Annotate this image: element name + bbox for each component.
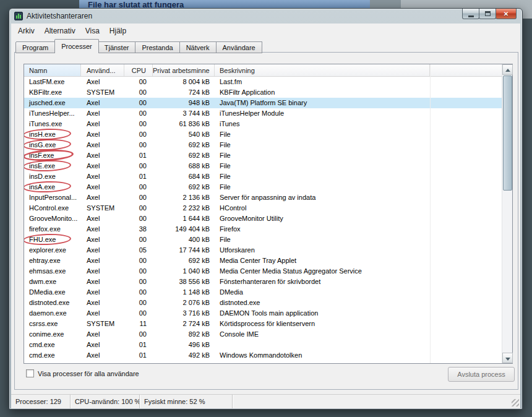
- resize-grip[interactable]: [512, 399, 519, 406]
- scrollbar-thumb[interactable]: [503, 75, 512, 191]
- cell-mem: 692 kB: [153, 140, 215, 150]
- cell-desc: distnoted.exe: [215, 298, 430, 308]
- close-button[interactable]: ✕: [496, 9, 517, 19]
- menu-alternativ[interactable]: Alternativ: [40, 25, 80, 37]
- cell-name: dwm.exe: [24, 277, 81, 287]
- vertical-scrollbar[interactable]: [502, 64, 512, 363]
- cell-desc: HControl: [215, 203, 430, 213]
- cell-cpu: 00: [124, 256, 153, 266]
- menu-arkiv[interactable]: Arkiv: [13, 25, 40, 37]
- cell-filler: [430, 319, 502, 329]
- menu-bar: Arkiv Alternativ Visa Hjälp: [13, 25, 131, 37]
- menu-visa[interactable]: Visa: [80, 25, 105, 37]
- cell-mem: 692 kB: [153, 150, 215, 161]
- column-header-filler: [430, 64, 502, 76]
- column-header-description[interactable]: Beskrivning: [215, 64, 430, 76]
- cell-user: Axel: [81, 108, 124, 119]
- tab-program[interactable]: Program: [15, 41, 55, 53]
- cell-desc: Last.fm: [215, 77, 430, 87]
- cell-name: iTunes.exe: [24, 119, 81, 129]
- cell-desc: File: [215, 161, 430, 171]
- cell-user: Axel: [81, 298, 124, 308]
- tab-tjanster[interactable]: Tjänster: [98, 41, 136, 53]
- cell-desc: Media Center Media Status Aggregator Ser…: [215, 266, 430, 277]
- cell-filler: [430, 129, 502, 140]
- status-physical-memory: Fysiskt minne: 52 %: [140, 395, 233, 408]
- cell-user: Axel: [81, 350, 124, 361]
- minimize-button[interactable]: [462, 9, 479, 19]
- cell-desc: Fönsterhanteraren för skrivbordet: [215, 277, 430, 287]
- cell-name: LastFM.exe: [24, 77, 81, 87]
- cell-desc: Firefox: [215, 224, 430, 234]
- cell-desc: Media Center Tray Applet: [215, 256, 430, 266]
- cell-desc: KBFiltr Application: [215, 87, 430, 98]
- cell-mem: 692 kB: [153, 182, 215, 192]
- column-header-name[interactable]: Namn: [24, 64, 81, 76]
- column-header-memory[interactable]: Privat arbetsminne: [153, 64, 215, 76]
- cell-user: Axel: [81, 192, 124, 203]
- column-header-user[interactable]: Använd...: [81, 64, 124, 76]
- cell-mem: 692 kB: [153, 256, 215, 266]
- cell-cpu: 00: [124, 182, 153, 192]
- task-manager-window: Aktivitetshanteraren ✕ Arkiv Alternativ …: [9, 8, 523, 410]
- cell-name: insH.exe: [24, 129, 81, 140]
- cell-mem: 1 148 kB: [153, 287, 215, 298]
- cell-desc: iTunesHelper Module: [215, 108, 430, 119]
- cell-name: firefox.exe: [24, 224, 81, 234]
- cell-user: SYSTEM: [81, 319, 124, 329]
- cell-user: Axel: [81, 256, 124, 266]
- cell-mem: 8 004 kB: [153, 77, 215, 87]
- show-all-users-checkbox[interactable]: [26, 369, 34, 377]
- cell-filler: [430, 266, 502, 277]
- cell-mem: 17 744 kB: [153, 245, 215, 256]
- cell-cpu: 00: [124, 298, 153, 308]
- cell-user: Axel: [81, 308, 124, 319]
- titlebar[interactable]: Aktivitetshanteraren ✕: [9, 9, 522, 24]
- end-process-button[interactable]: Avsluta process: [448, 367, 515, 382]
- cell-name: insD.exe: [24, 171, 81, 182]
- scroll-up-arrow-icon[interactable]: [502, 64, 513, 75]
- tab-natverk[interactable]: Nätverk: [180, 41, 217, 53]
- cell-filler: [430, 234, 502, 245]
- cell-filler: [430, 256, 502, 266]
- cell-user: Axel: [81, 140, 124, 150]
- cell-filler: [430, 340, 502, 350]
- cell-cpu: 00: [124, 87, 153, 98]
- cell-user: Axel: [81, 77, 124, 87]
- cell-mem: 2 076 kB: [153, 298, 215, 308]
- cell-mem: 2 724 kB: [153, 319, 215, 329]
- tab-prestanda[interactable]: Prestanda: [135, 41, 179, 53]
- cell-cpu: 00: [124, 234, 153, 245]
- cell-filler: [430, 108, 502, 119]
- cell-name: insE.exe: [24, 161, 81, 171]
- cell-name: insF.exe: [24, 150, 81, 161]
- tab-processer[interactable]: Processer: [54, 39, 99, 53]
- cell-filler: [430, 245, 502, 256]
- column-header-cpu[interactable]: CPU: [124, 64, 153, 76]
- tab-anvandare[interactable]: Användare: [217, 41, 262, 53]
- show-all-users-row: Visa processer för alla användare: [26, 369, 139, 377]
- cell-mem: 540 kB: [153, 129, 215, 140]
- cell-name: FHU.exe: [24, 234, 81, 245]
- status-filler: [233, 395, 520, 408]
- cell-mem: 400 kB: [153, 234, 215, 245]
- cell-cpu: 00: [124, 266, 153, 277]
- scroll-down-arrow-icon[interactable]: [502, 353, 513, 363]
- cell-cpu: 38: [124, 224, 153, 234]
- cell-mem: 2 136 kB: [153, 192, 215, 203]
- cell-mem: 3 716 kB: [153, 308, 215, 319]
- cell-mem: 1 040 kB: [153, 266, 215, 277]
- cell-desc: Server för anpassning av indata: [215, 192, 430, 203]
- show-all-users-label: Visa processer för alla användare: [38, 370, 139, 377]
- cell-mem: 1 644 kB: [153, 213, 215, 224]
- cell-user: SYSTEM: [81, 203, 124, 213]
- cell-mem: 948 kB: [153, 98, 215, 108]
- cell-desc: GrooveMonitor Utility: [215, 213, 430, 224]
- cell-name: InputPersonal...: [24, 192, 81, 203]
- cell-desc: Utforskaren: [215, 245, 430, 256]
- maximize-button[interactable]: [479, 9, 496, 19]
- menu-hjalp[interactable]: Hjälp: [105, 25, 131, 37]
- cell-mem: 892 kB: [153, 329, 215, 340]
- cell-desc: DMedia: [215, 287, 430, 298]
- cell-desc: File: [215, 171, 430, 182]
